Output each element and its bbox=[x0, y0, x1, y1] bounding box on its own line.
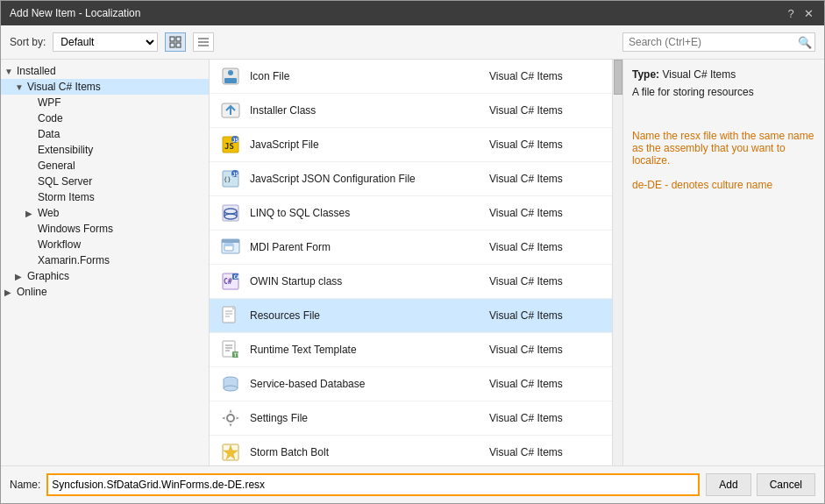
right-panel: Type: Visual C# Items A file for storing… bbox=[622, 60, 824, 465]
file-category: Visual C# Items bbox=[489, 70, 603, 82]
file-category: Visual C# Items bbox=[489, 309, 603, 322]
file-icon-service-db bbox=[218, 372, 243, 396]
file-icon-icon-file bbox=[218, 64, 243, 89]
sidebar-item-label: Extensibility bbox=[38, 144, 93, 156]
file-icon-json-config: {} JS bbox=[218, 167, 243, 191]
svg-rect-3 bbox=[176, 43, 181, 47]
sidebar-item-graphics[interactable]: ▶ Graphics bbox=[1, 268, 209, 284]
title-bar-buttons: ? ✕ bbox=[784, 6, 815, 20]
file-list-scrollbar[interactable] bbox=[612, 60, 622, 465]
sidebar: ▼ Installed ▼ Visual C# Items WPF Code D… bbox=[1, 60, 210, 465]
sidebar-item-code[interactable]: Code bbox=[1, 110, 209, 126]
sidebar-item-data[interactable]: Data bbox=[1, 126, 209, 142]
sidebar-item-extensibility[interactable]: Extensibility bbox=[1, 142, 209, 158]
svg-text:{}: {} bbox=[224, 176, 231, 183]
file-category: Visual C# Items bbox=[489, 241, 603, 253]
file-category: Visual C# Items bbox=[489, 446, 603, 458]
cancel-button[interactable]: Cancel bbox=[757, 473, 815, 496]
sidebar-item-label: General bbox=[38, 160, 75, 172]
file-icon-runtime-text: TT bbox=[218, 337, 243, 362]
file-name: Runtime Text Template bbox=[250, 344, 482, 356]
help-button[interactable]: ? bbox=[784, 6, 798, 20]
svg-rect-28 bbox=[224, 244, 233, 246]
file-item-linq-sql[interactable]: LINQ to SQL Classes Visual C# Items bbox=[210, 196, 612, 231]
search-input[interactable] bbox=[623, 33, 795, 51]
search-box: 🔍 bbox=[622, 32, 815, 52]
sidebar-item-xamarin-forms[interactable]: Xamarin.Forms bbox=[1, 252, 209, 268]
file-category: Visual C# Items bbox=[489, 344, 603, 356]
svg-rect-9 bbox=[224, 78, 237, 83]
type-value: Visual C# Items bbox=[662, 68, 736, 81]
file-item-javascript-file[interactable]: JS JS JavaScript File Visual C# Items bbox=[210, 128, 612, 162]
file-item-installer-class[interactable]: Installer Class Visual C# Items bbox=[210, 94, 612, 128]
file-category: Visual C# Items bbox=[489, 138, 603, 151]
search-icon-button[interactable]: 🔍 bbox=[795, 33, 814, 51]
file-name: Storm Batch Bolt bbox=[250, 446, 482, 458]
file-item-icon-file[interactable]: Icon File Visual C# Items bbox=[210, 60, 612, 94]
file-category: Visual C# Items bbox=[489, 378, 603, 390]
sidebar-item-online[interactable]: ▶ Online bbox=[1, 284, 209, 300]
sidebar-item-workflow[interactable]: Workflow bbox=[1, 237, 209, 252]
svg-text:TT: TT bbox=[234, 351, 241, 358]
svg-point-8 bbox=[228, 70, 233, 75]
sort-select[interactable]: Default bbox=[53, 32, 158, 52]
sidebar-item-label: WPF bbox=[38, 96, 61, 109]
file-item-runtime-text[interactable]: TT Runtime Text Template Visual C# Items bbox=[210, 333, 612, 367]
sidebar-item-web[interactable]: ▶ Web bbox=[1, 205, 209, 221]
sidebar-item-visual-csharp[interactable]: ▼ Visual C# Items bbox=[1, 79, 209, 95]
grid-view-button[interactable] bbox=[165, 32, 186, 52]
sidebar-item-sql-server[interactable]: SQL Server bbox=[1, 174, 209, 189]
file-name: Settings File bbox=[250, 412, 482, 424]
svg-text:C#: C# bbox=[234, 273, 241, 280]
file-icon-installer-class bbox=[218, 98, 243, 123]
file-icon-javascript-file: JS JS bbox=[218, 132, 243, 157]
sidebar-item-label: Windows Forms bbox=[38, 223, 113, 235]
add-button[interactable]: Add bbox=[706, 473, 750, 496]
file-category: Visual C# Items bbox=[489, 275, 603, 287]
file-icon-linq-sql bbox=[218, 201, 243, 225]
sidebar-item-label: Data bbox=[38, 128, 60, 140]
file-category: Visual C# Items bbox=[489, 104, 603, 117]
type-label: Type: bbox=[632, 68, 659, 81]
sidebar-item-installed[interactable]: ▼ Installed bbox=[1, 63, 209, 79]
file-icon-settings bbox=[218, 406, 243, 430]
file-item-service-db[interactable]: Service-based Database Visual C# Items bbox=[210, 367, 612, 401]
svg-rect-2 bbox=[170, 43, 174, 47]
right-orange-text: Name the resx file with the same name as… bbox=[632, 130, 815, 167]
toolbar: Sort by: Default 🔍 bbox=[1, 25, 824, 60]
name-input[interactable] bbox=[47, 474, 699, 495]
svg-point-48 bbox=[227, 415, 234, 422]
name-label: Name: bbox=[10, 479, 40, 491]
file-name: OWIN Startup class bbox=[250, 275, 482, 287]
svg-text:C#: C# bbox=[224, 278, 232, 286]
installed-label: Installed bbox=[17, 65, 56, 77]
file-name: Installer Class bbox=[250, 104, 482, 117]
sidebar-item-label: Visual C# Items bbox=[27, 81, 101, 93]
sidebar-item-windows-forms[interactable]: Windows Forms bbox=[1, 221, 209, 237]
sidebar-item-label: Xamarin.Forms bbox=[38, 254, 110, 266]
sidebar-item-storm-items[interactable]: Storm Items bbox=[1, 189, 209, 205]
file-icon-resources-file bbox=[218, 303, 243, 328]
file-item-resources-file[interactable]: Resources File Visual C# Items bbox=[210, 299, 612, 333]
action-buttons: Add Cancel bbox=[706, 473, 815, 496]
dialog-title: Add New Item - Localization bbox=[10, 7, 140, 19]
file-item-owin[interactable]: C# C# OWIN Startup class Visual C# Items bbox=[210, 265, 612, 299]
sidebar-item-wpf[interactable]: WPF bbox=[1, 95, 209, 110]
file-item-json-config[interactable]: {} JS JavaScript JSON Configuration File… bbox=[210, 162, 612, 196]
sidebar-item-general[interactable]: General bbox=[1, 158, 209, 174]
file-name: Service-based Database bbox=[250, 378, 482, 390]
scroll-thumb[interactable] bbox=[614, 60, 622, 95]
scroll-track bbox=[613, 60, 622, 465]
list-view-button[interactable] bbox=[193, 32, 214, 52]
main-content: ▼ Installed ▼ Visual C# Items WPF Code D… bbox=[1, 60, 824, 465]
file-item-settings[interactable]: Settings File Visual C# Items bbox=[210, 401, 612, 436]
close-button[interactable]: ✕ bbox=[801, 6, 815, 20]
file-icon-mdi-form bbox=[218, 235, 243, 259]
svg-text:JS: JS bbox=[232, 137, 239, 143]
svg-rect-0 bbox=[170, 37, 174, 41]
file-item-mdi-form[interactable]: MDI Parent Form Visual C# Items bbox=[210, 231, 612, 265]
file-category: Visual C# Items bbox=[489, 207, 603, 219]
file-item-storm-batch-bolt[interactable]: Storm Batch Bolt Visual C# Items bbox=[210, 436, 612, 465]
file-list: Icon File Visual C# Items Installer Clas… bbox=[210, 60, 612, 465]
svg-text:JS: JS bbox=[232, 171, 239, 177]
